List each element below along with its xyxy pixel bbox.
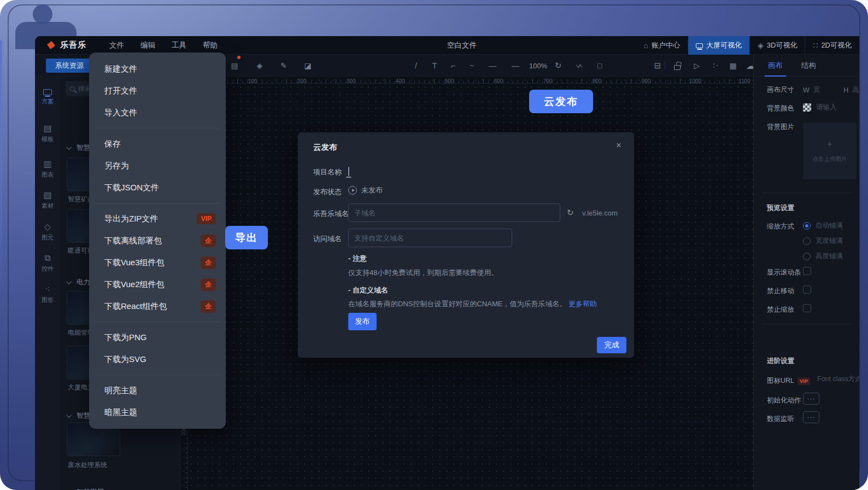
text-tool-icon[interactable]: T (427, 55, 442, 77)
menu-edit[interactable]: 编辑 (140, 40, 155, 50)
menu-item-download-png[interactable]: 下载为PNG (89, 326, 226, 348)
mode-2d[interactable]: ∷ 2D可视化 (805, 36, 859, 55)
eraser-icon[interactable]: ◪ (301, 55, 315, 77)
line-tool-icon[interactable]: / (409, 55, 423, 77)
fit-view-icon[interactable]: ↘↖ (572, 55, 586, 77)
icon-url-row: 图标URL VIP (767, 376, 810, 386)
divider (761, 324, 852, 324)
custom-domain-label: 访问域名 (313, 234, 342, 244)
more-help-link[interactable]: 更多帮助 (568, 300, 597, 308)
modal-title: 云发布 (313, 142, 337, 153)
layers-panel-icon[interactable]: ⊟ (650, 55, 665, 77)
document-title: 空白文件 (447, 36, 477, 55)
width-input[interactable]: 宽 (813, 85, 820, 95)
menu-item-download-svg[interactable]: 下载为SVG (89, 348, 226, 370)
publish-button[interactable]: 发布 (348, 313, 377, 330)
subdomain-input[interactable] (348, 203, 560, 222)
menu-help[interactable]: 帮助 (203, 40, 218, 50)
height-label: H (843, 86, 848, 94)
zoom-reset-icon[interactable]: ↻ (551, 55, 565, 77)
monitor-icon (43, 89, 52, 95)
menu-file[interactable]: 文件 (109, 40, 124, 50)
dash-line-icon[interactable]: — (485, 55, 500, 77)
radio-icon[interactable] (803, 237, 811, 245)
preview-play-icon[interactable]: ▷ (690, 55, 704, 77)
connector-tool-icon[interactable]: ⌐ (446, 55, 460, 77)
sidebar-item-materials[interactable]: ▧ 素材 (35, 185, 60, 215)
ellipsis-button[interactable]: ··· (803, 393, 819, 405)
menu-item-download-json[interactable]: 下载JSON文件 (89, 177, 226, 199)
checkbox-icon[interactable] (803, 267, 811, 275)
init-action-row: 初始化动作 (767, 396, 801, 405)
mode-3d[interactable]: ◈ 3D可视化 (749, 36, 805, 55)
checkbox-icon[interactable] (803, 304, 811, 312)
sidebar-item-widgets[interactable]: ⧉ 控件 (35, 248, 60, 278)
menu-item-vue3-package[interactable]: 下载Vue3组件包企 (89, 252, 226, 273)
radio-width-fill[interactable]: 宽度铺满 (803, 236, 843, 246)
radio-height-fill[interactable]: 高度铺满 (803, 252, 843, 261)
sidebar-item-pens[interactable]: ◇ 图元 (35, 217, 60, 247)
chevron-down-icon (66, 144, 72, 150)
qrcode-icon[interactable]: ▦ (726, 55, 740, 77)
menu-item-new-file[interactable]: 新建文件 (89, 58, 226, 80)
bg-color-control[interactable]: 请输入 (803, 103, 837, 112)
play-circle-icon (348, 186, 357, 195)
menu-item-save-as[interactable]: 另存为 (89, 155, 226, 177)
menu-divider (95, 128, 220, 129)
checkbox-icon[interactable] (803, 285, 811, 294)
pen-icon[interactable]: ✎ (277, 55, 291, 77)
menu-item-react-package[interactable]: 下载React组件包企 (89, 295, 226, 317)
share-icon[interactable]: ∴ (705, 59, 726, 73)
menu-item-light-theme[interactable]: 明亮主题 (89, 380, 226, 401)
sidebar-item-solutions[interactable]: 方案 (35, 82, 60, 113)
menu-item-import-file[interactable]: 导入文件 (89, 102, 226, 124)
menu-item-vue2-package[interactable]: 下载Vue2组件包企 (89, 273, 226, 295)
menu-item-export-zip[interactable]: 导出为ZIP文件VIP (89, 208, 226, 230)
ellipsis-button[interactable]: ··· (803, 411, 819, 423)
shape-box-icon[interactable]: ◈ (253, 55, 267, 77)
done-button[interactable]: 完成 (597, 337, 626, 353)
menu-item-open-file[interactable]: 打开文件 (89, 80, 226, 102)
radio-selected-icon[interactable] (803, 222, 811, 230)
no-scale-checkbox-wrap (803, 304, 811, 312)
mode-bigscreen[interactable]: 大屏可视化 (688, 36, 749, 55)
frame-rect-icon[interactable]: □ (593, 55, 607, 77)
unlock-icon[interactable] (670, 55, 684, 77)
account-center[interactable]: ⌂ 账户中心 (636, 36, 688, 55)
sidebar-item-charts[interactable]: ▥ 图表 (35, 154, 60, 184)
menu-item-save[interactable]: 保存 (89, 133, 226, 155)
zoom-level[interactable]: 100% (529, 55, 547, 77)
sidebar-item-graphics[interactable]: ⁖ 图形 (35, 279, 60, 310)
icon-url-input[interactable] (817, 375, 859, 383)
refresh-icon[interactable]: ↻ (567, 208, 574, 218)
canvas-size-row: 画布尺寸 (767, 85, 794, 95)
sidebar-item-templates[interactable]: ▤ 模板 (35, 118, 60, 149)
close-icon[interactable]: × (612, 139, 625, 152)
curve-tool-icon[interactable]: ~ (465, 55, 479, 77)
cloud-publish-tooltip: 云发布 (529, 90, 593, 113)
notification-dot (237, 56, 241, 59)
tab-canvas[interactable]: 画布 (768, 55, 783, 77)
no-move-checkbox-wrap (803, 285, 811, 294)
divider (761, 192, 852, 193)
data-listen-row: 数据监听 (767, 415, 794, 424)
system-resource-button[interactable]: 系统资源 (46, 59, 93, 73)
tab-structure[interactable]: 结构 (801, 55, 816, 77)
main-menus: 文件 编辑 工具 帮助 (109, 40, 218, 50)
dash-line2-icon[interactable]: — (508, 55, 523, 77)
menu-tools[interactable]: 工具 (172, 40, 186, 50)
radio-auto-fill[interactable]: 自动铺满 (803, 221, 843, 230)
upload-image-dropzone[interactable]: + 点击上传图片 (803, 122, 857, 179)
left-icon-sidebar: 方案 ▤ 模板 ▥ 图表 ▧ 素材 ◇ 图元 ⧉ 控件 (35, 77, 60, 490)
menu-item-dark-theme[interactable]: 暗黑主题 (89, 401, 226, 423)
enterprise-badge: 企 (201, 256, 216, 269)
radio-icon[interactable] (803, 253, 811, 260)
publish-status-value: 未发布 (361, 185, 383, 195)
asset-group-header[interactable]: 智慧工厂 (68, 488, 104, 490)
menu-item-offline-package[interactable]: 下载离线部署包企 (89, 230, 226, 252)
bg-color-input[interactable]: 请输入 (816, 103, 837, 112)
sidebar-accent-strip (0, 40, 2, 298)
color-swatch-icon[interactable] (803, 103, 811, 112)
height-input[interactable]: 高 (852, 85, 859, 95)
custom-domain-input[interactable] (348, 229, 512, 247)
